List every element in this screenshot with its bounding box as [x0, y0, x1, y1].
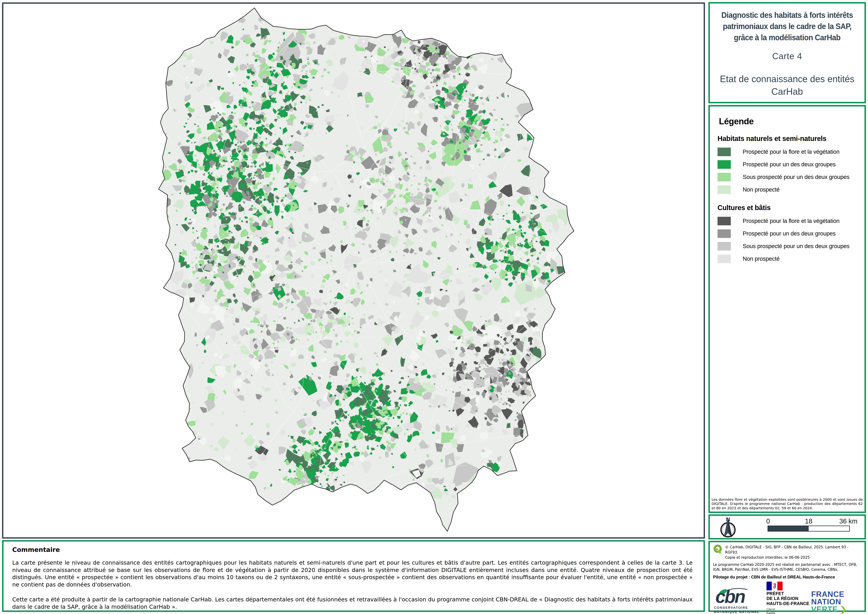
legend-gap: [710, 196, 865, 204]
legend-label: Sous prospecté pour un des deux groupes: [743, 174, 849, 180]
qgis-logo-icon: [713, 544, 722, 554]
prefet-line: PRÉFET: [767, 591, 811, 596]
attribution-panel: © CarHab, DIGITALE - SIG, BFP - CBN de B…: [708, 541, 866, 612]
scale-bar-track: [767, 525, 850, 532]
cbn-sub-line: CONSERVATOIRE: [714, 606, 767, 610]
region-map: [3, 4, 704, 537]
map-panel: [2, 2, 705, 539]
prefet-motto: Liberté Égalité Fraternité: [767, 607, 811, 614]
legend-item: Non prospecté: [710, 252, 865, 265]
comment-heading: Commentaire: [12, 546, 693, 553]
legend-label: Prospecté pour un des deux groupes: [743, 161, 835, 168]
legend-label: Non prospecté: [743, 186, 780, 193]
legend-label: Prospecté pour la flore et la végétation: [743, 218, 840, 224]
legend-item: Prospecté pour un des deux groupes: [710, 227, 865, 240]
scale-labels: 0 18 36 km: [767, 518, 850, 525]
title-line-3: grâce à la modélisation CarHab: [715, 32, 859, 43]
legend-swatch: [718, 217, 731, 225]
scale-bar: 0 18 36 km: [767, 518, 850, 532]
legend-item: Prospecté pour un des deux groupes: [710, 158, 865, 171]
comment-panel: Commentaire La carte présente le niveau …: [2, 540, 705, 612]
prefet-line: HAUTS-DE-FRANCE: [767, 601, 811, 606]
pilotage-text: Pilotage du projet : CBN de Bailleul et …: [713, 575, 861, 580]
legend-swatch: [718, 255, 731, 263]
legend-label: Non prospecté: [743, 255, 780, 262]
scale-tick-18: 18: [805, 518, 812, 525]
legend-item: Prospecté pour la flore et la végétation: [710, 215, 865, 227]
french-flag-icon: [767, 581, 783, 591]
legend-swatch: [718, 185, 731, 194]
legend-panel: Légende Habitats naturels et semi-nature…: [708, 105, 866, 513]
legend-swatch: [718, 160, 731, 169]
svg-text:cbn: cbn: [715, 588, 745, 605]
copyright-line-2: Copie et reproduction interdites, le 06-…: [725, 555, 861, 560]
scale-bar-empty-half: [809, 526, 849, 531]
france-nation-verte-logo: FRANCE NATION VERTE ❯ Agir · Mobiliser ·…: [811, 591, 860, 614]
cbn-bailleul-logo: cbn CONSERVATOIRE BOTANIQUE NATIONAL BAI…: [714, 588, 767, 614]
legend-heading: Légende: [719, 116, 865, 126]
title-panel: Diagnostic des habitats à forts intérêts…: [708, 2, 866, 103]
comment-paragraph-1: La carte présente le niveau de connaissa…: [12, 559, 693, 588]
logo-row: cbn CONSERVATOIRE BOTANIQUE NATIONAL BAI…: [713, 581, 861, 614]
map-subtitle: Etat de connaissance des entités CarHab: [712, 73, 862, 98]
fnv-line: NATION: [811, 598, 860, 605]
comment-paragraph-2: Cette carte a été produite à partir de l…: [12, 596, 693, 611]
legend-label: Prospecté pour la flore et la végétation: [743, 148, 840, 155]
copyright-text: © CarHab, DIGITALE - SIG, BFP - CBN de B…: [725, 544, 861, 560]
title-line-1: Diagnostic des habitats à forts intérêts: [715, 9, 859, 21]
scale-panel: N 0 18 36 km: [708, 515, 866, 539]
legend-item: Non prospecté: [710, 183, 865, 196]
cbn-sub-line: BOTANIQUE NATIONAL: [714, 610, 767, 614]
map-layout-page: Commentaire La carte présente le niveau …: [0, 0, 868, 614]
fnv-line-verte: VERTE ❯: [811, 605, 860, 613]
map-subtitle-line-1: Etat de connaissance des entités: [712, 73, 862, 85]
cbn-wordmark-icon: cbn: [714, 588, 767, 605]
fnv-line: FRANCE: [811, 591, 860, 598]
legend-item: Sous prospecté pour un des deux groupes: [710, 240, 865, 252]
legend-swatch: [718, 229, 731, 238]
legend-group-title-habitats: Habitats naturels et semi-naturels: [718, 134, 860, 143]
legend-group-title-cultures: Cultures et bâtis: [718, 204, 860, 212]
legend-label: Prospecté pour un des deux groupes: [743, 230, 835, 237]
legend-swatch: [718, 148, 731, 156]
map-subtitle-line-2: CarHab: [712, 85, 862, 98]
scale-tick-36km: 36 km: [839, 518, 857, 525]
prefet-line: DE LA RÉGION: [767, 596, 811, 601]
north-arrow-icon: N: [716, 516, 743, 539]
fnv-chevron-icon: ❯: [840, 605, 847, 614]
data-source-note: Les données flore et végétation exploité…: [711, 497, 863, 510]
prefet-region-logo: PRÉFET DE LA RÉGION HAUTS-DE-FRANCE Libe…: [767, 581, 811, 614]
map-number: Carte 4: [710, 51, 865, 61]
scale-tick-0: 0: [766, 518, 770, 525]
title-line-2: patrimoniaux dans le cadre de la SAP,: [715, 21, 859, 32]
partners-text: Le programme CarHab 2020-2025 est réalis…: [713, 562, 861, 572]
copyright-line-1: © CarHab, DIGITALE - SIG, BFP - CBN de B…: [725, 545, 861, 555]
legend-swatch: [718, 173, 731, 181]
legend-item: Sous prospecté pour un des deux groupes: [710, 171, 865, 183]
scale-bar-filled-half: [768, 526, 809, 531]
legend-label: Sous prospecté pour un des deux groupes: [743, 243, 849, 249]
legend-swatch: [718, 242, 731, 250]
legend-item: Prospecté pour la flore et la végétation: [710, 146, 865, 158]
